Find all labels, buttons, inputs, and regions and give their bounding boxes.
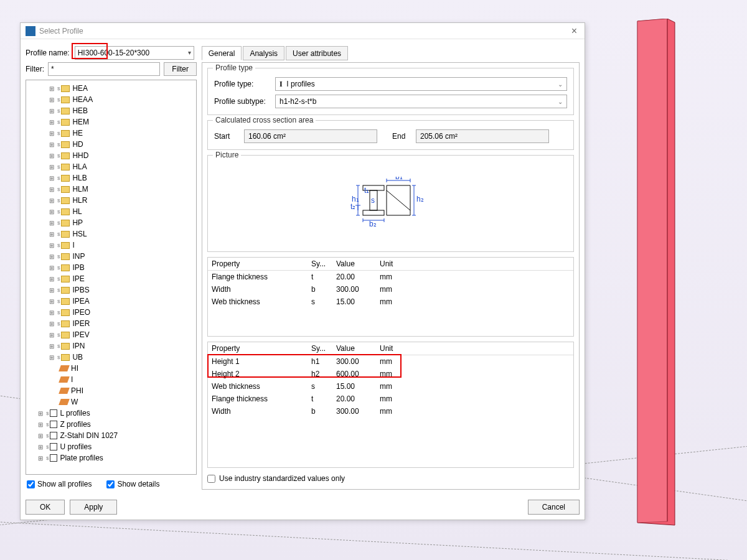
show-details-check[interactable]: Show details [106, 480, 159, 488]
calc-area-group: Calculated cross section area Start 160.… [207, 120, 574, 150]
profile-diagram: b₁ b₂ h₁ h₂ t₁ t₂ s [214, 164, 567, 245]
tree-node[interactable]: ⊞$ HEAA [26, 94, 196, 105]
chevron-down-icon[interactable]: ▾ [188, 49, 191, 56]
tree-node[interactable]: ⊞$ HL [26, 206, 196, 217]
tree-node[interactable]: ⊞$ Z profiles [26, 419, 196, 430]
table-row[interactable]: Flange thicknesst20.00mm [208, 271, 573, 283]
chevron-down-icon[interactable]: ⌄ [558, 81, 563, 88]
tree-node[interactable]: PHI [26, 385, 196, 396]
tree-node[interactable]: ⊞$ HD [26, 139, 196, 150]
tree-node[interactable]: ⊞$ HP [26, 217, 196, 228]
filter-input[interactable] [48, 62, 160, 76]
tree-node[interactable]: ⊞$ IPEV [26, 329, 196, 340]
end-value: 205.06 cm² [416, 129, 549, 143]
tree-node[interactable]: ⊞$ Plate profiles [26, 452, 196, 464]
cancel-button[interactable]: Cancel [528, 500, 580, 515]
table-row[interactable]: Web thicknesss15.00mm [208, 380, 573, 393]
tree-node[interactable]: ⊞$ HLB [26, 172, 196, 184]
tree-node[interactable]: ⊞$ IPBS [26, 284, 196, 296]
start-label: Start [214, 132, 239, 141]
group-legend: Profile type [213, 63, 255, 72]
group-legend: Picture [213, 151, 241, 159]
profile-name-input[interactable] [78, 49, 188, 57]
end-label: End [392, 132, 411, 141]
tree-node[interactable]: ⊞$ HLA [26, 161, 196, 172]
start-value: 160.06 cm² [244, 129, 377, 143]
properties-table-1[interactable]: PropertySy...ValueUnitFlange thicknesst2… [207, 257, 574, 337]
i-profile-icon: I [280, 80, 283, 88]
svg-rect-5 [363, 210, 384, 215]
svg-marker-1 [637, 19, 667, 523]
profile-tree[interactable]: ⊞$ HEA⊞$ HEAA⊞$ HEB⊞$ HEM⊞$ HE⊞$ HD⊞$ HH… [26, 80, 197, 475]
table-row[interactable]: Flange thicknesst20.00mm [208, 393, 573, 405]
svg-text:s: s [371, 196, 375, 205]
ok-button[interactable]: OK [26, 500, 65, 515]
tree-node[interactable]: ⊞$ IPER [26, 318, 196, 329]
titlebar: Select Profile × [21, 23, 585, 39]
tree-node[interactable]: ⊞$ HLR [26, 195, 196, 206]
svg-text:b₁: b₁ [395, 177, 403, 181]
profile-name-combo[interactable]: ▾ [75, 46, 194, 60]
profile-type-group: Profile type Profile type: I I profiles … [207, 68, 574, 115]
tree-node[interactable]: ⊞$ IPN [26, 340, 196, 352]
close-icon[interactable]: × [569, 26, 580, 37]
svg-text:t₁: t₁ [364, 186, 369, 195]
svg-text:b₂: b₂ [369, 220, 377, 228]
tree-node[interactable]: ⊞$ U profiles [26, 441, 196, 452]
dialog-footer: OK Apply Cancel [21, 495, 585, 520]
tab-general[interactable]: General [202, 46, 242, 60]
industry-check[interactable] [207, 475, 215, 483]
table-row[interactable]: Widthb300.00mm [208, 283, 573, 296]
left-panel: Filter: Filter ⊞$ HEA⊞$ HEAA⊞$ HEB⊞$ HEM… [26, 62, 197, 490]
tree-node[interactable]: ⊞$ HHD [26, 150, 196, 161]
profile-subtype-select[interactable]: h1-h2-s-t*b ⌄ [275, 95, 567, 108]
tree-node[interactable]: ⊞$ HSL [26, 228, 196, 240]
tree-node[interactable]: ⊞$ L profiles [26, 408, 196, 419]
app-icon [26, 26, 35, 36]
tree-node[interactable]: W [26, 396, 196, 408]
tree-node[interactable]: ⊞$ Z-Stahl DIN 1027 [26, 430, 196, 441]
profile-type-select[interactable]: I I profiles ⌄ [275, 77, 567, 91]
filter-button[interactable]: Filter [164, 62, 197, 76]
svg-line-6 [387, 190, 410, 210]
tab-user-attributes[interactable]: User attributes [286, 46, 348, 60]
select-profile-dialog: Select Profile × Profile name: ▾ General… [20, 22, 585, 520]
svg-text:h₂: h₂ [416, 195, 424, 203]
tree-node[interactable]: ⊞$ HLM [26, 184, 196, 195]
tree-node[interactable]: ⊞$ HE [26, 128, 196, 139]
table-row[interactable]: Widthb300.00mm [208, 405, 573, 418]
tree-node[interactable]: ⊞$ UB [26, 352, 196, 363]
industry-check-label: Use industry standardized values only [219, 474, 345, 483]
profile-subtype-label: Profile subtype: [214, 97, 270, 106]
svg-text:t₂: t₂ [350, 202, 355, 211]
tree-node[interactable]: I [26, 374, 196, 385]
window-title: Select Profile [39, 27, 569, 35]
profile-type-label: Profile type: [214, 80, 270, 88]
table-row[interactable]: Web thicknesss15.00mm [208, 296, 573, 308]
tree-node[interactable]: ⊞$ HEB [26, 105, 196, 116]
tree-node[interactable]: ⊞$ HEM [26, 116, 196, 128]
tree-node[interactable]: ⊞$ IPB [26, 262, 196, 273]
model-beam [632, 19, 677, 526]
tree-node[interactable]: ⊞$ I [26, 240, 196, 251]
tree-node[interactable]: ⊞$ INP [26, 251, 196, 262]
tree-node[interactable]: ⊞$ IPE [26, 273, 196, 284]
table-row[interactable]: Height 2h2600.00mm [208, 368, 573, 380]
filter-label: Filter: [26, 65, 44, 73]
tree-node[interactable]: HI [26, 363, 196, 374]
apply-button[interactable]: Apply [70, 500, 117, 515]
properties-table-2[interactable]: PropertySy...ValueUnitHeight 1h1300.00mm… [207, 342, 574, 468]
profile-name-label: Profile name: [26, 49, 70, 57]
show-all-check[interactable]: Show all profiles [27, 480, 92, 488]
picture-group: Picture [207, 155, 574, 252]
table-row[interactable]: Height 1h1300.00mm [208, 355, 573, 368]
right-panel: Profile type Profile type: I I profiles … [202, 62, 580, 490]
tab-analysis[interactable]: Analysis [243, 46, 284, 60]
tree-node[interactable]: ⊞$ IPEO [26, 307, 196, 318]
chevron-down-icon[interactable]: ⌄ [558, 98, 563, 105]
group-legend: Calculated cross section area [213, 116, 316, 124]
tree-node[interactable]: ⊞$ HEA [26, 83, 196, 94]
tree-node[interactable]: ⊞$ IPEA [26, 296, 196, 307]
